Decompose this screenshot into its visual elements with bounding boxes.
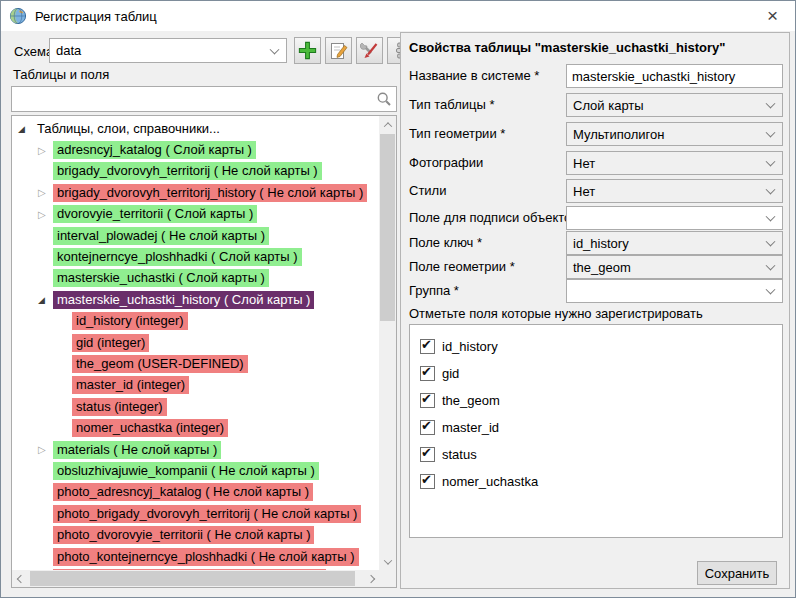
chevron-down-icon	[766, 99, 776, 109]
tree-item[interactable]: master_id (integer)	[12, 375, 379, 396]
geometry-field-select[interactable]: the_geom	[566, 255, 783, 279]
tree-item-label: materials ( Не слой карты )	[53, 441, 221, 459]
label-field-select-label: Поле для подписи объектов	[409, 210, 578, 225]
system-name-input-value: masterskie_uchastki_history	[572, 69, 735, 84]
search-box	[11, 86, 397, 112]
expand-arrow-icon[interactable]: ▷	[38, 187, 53, 198]
field-checkbox-row[interactable]: ✔gid	[420, 360, 782, 387]
geometry-type-select-value: Мультиполигон	[573, 127, 664, 142]
collapse-arrow-icon[interactable]: ◢	[38, 295, 53, 305]
tree-item[interactable]: ▷adresncyj_katalog ( Слой карты )	[12, 139, 379, 160]
system-name-input[interactable]: masterskie_uchastki_history	[566, 64, 783, 88]
tree-item[interactable]: id_history (integer)	[12, 311, 379, 332]
key-field-select[interactable]: id_history	[566, 231, 783, 255]
field-checkbox-row[interactable]: ✔the_geom	[420, 387, 782, 414]
field-checkbox-row[interactable]: ✔status	[420, 441, 782, 468]
tree-item[interactable]: interval_plowadej ( Не слой карты )	[12, 225, 379, 246]
tree-item[interactable]: status (integer)	[12, 396, 379, 417]
tree-item-label: photo_kontejnerncye_ploshhadki ( Не слой…	[53, 548, 359, 566]
field-checkbox-label: id_history	[442, 339, 498, 354]
edit-schema-button[interactable]	[325, 37, 352, 64]
photos-select-label: Фотографии	[409, 155, 483, 170]
geometry-type-select[interactable]: Мультиполигон	[566, 122, 783, 146]
save-button-label: Сохранить	[705, 566, 770, 581]
search-icon[interactable]	[372, 91, 396, 107]
form-row: Название в системе *masterskie_uchastki_…	[409, 64, 781, 88]
horizontal-scroll-thumb[interactable]	[30, 571, 355, 586]
scroll-right-icon[interactable]	[362, 570, 379, 587]
checkbox-checked-icon[interactable]: ✔	[420, 420, 435, 435]
checkbox-checked-icon[interactable]: ✔	[420, 339, 435, 354]
tree-item[interactable]: ▷brigady_dvorovyh_territorij_history ( Н…	[12, 182, 379, 203]
tree-item[interactable]: ▷materials ( Не слой карты )	[12, 439, 379, 460]
geometry-field-select-label: Поле геометрии *	[409, 259, 515, 274]
key-field-select-value: id_history	[573, 236, 629, 251]
collapse-arrow-icon[interactable]: ◢	[18, 124, 33, 134]
tree-item[interactable]: brigady_dvorovyh_territorij ( Не слой ка…	[12, 161, 379, 182]
check-mark-icon: ✔	[421, 472, 432, 487]
form-row: Тип таблицы *Слой карты	[409, 93, 781, 117]
tree-item-selected[interactable]: ◢masterskie_uchastki_history ( Слой карт…	[12, 289, 379, 310]
checkbox-checked-icon[interactable]: ✔	[420, 393, 435, 408]
table-registration-window: Регистрация таблиц × Схема data Таблицы …	[0, 0, 796, 598]
form-row: Поле ключ *id_history	[409, 231, 781, 255]
edit-icon	[329, 41, 349, 61]
field-checkbox-row[interactable]: ✔master_id	[420, 414, 782, 441]
tree-item-label: gid (integer)	[72, 334, 149, 352]
tree-rows: ◢Таблицы, слои, справочники...▷adresncyj…	[12, 118, 379, 570]
tree-item[interactable]: photo_adresncyj_katalog ( Не слой карты …	[12, 482, 379, 503]
tree-item[interactable]: nomer_uchastka (integer)	[12, 417, 379, 438]
field-checkbox-row[interactable]: ✔id_history	[420, 333, 782, 360]
table-type-select-label: Тип таблицы *	[409, 97, 495, 112]
scroll-down-icon[interactable]	[379, 553, 396, 570]
globe-icon	[9, 7, 27, 25]
photos-select[interactable]: Нет	[566, 151, 783, 175]
horizontal-scrollbar[interactable]	[12, 570, 379, 587]
vertical-scrollbar[interactable]	[379, 116, 396, 570]
label-field-select[interactable]	[566, 206, 783, 230]
register-fields-hint: Отметьте поля которые нужно зарегистриро…	[409, 306, 703, 321]
checkbox-checked-icon[interactable]: ✔	[420, 474, 435, 489]
styles-select[interactable]: Нет	[566, 179, 783, 203]
tree-item[interactable]: photo_dvorovyie_territorii ( Не слой кар…	[12, 524, 379, 545]
tree-item[interactable]: obsluzhivajuwie_kompanii ( Не слой карты…	[12, 460, 379, 481]
tree-item[interactable]: photo_brigady_dvorovyh_territorij ( Не с…	[12, 503, 379, 524]
plus-icon	[297, 40, 318, 61]
tree-item-label: masterskie_uchastki_history ( Слой карты…	[53, 291, 314, 309]
form-row: Поле для подписи объектов	[409, 206, 781, 230]
save-button[interactable]: Сохранить	[697, 561, 777, 585]
vertical-scroll-thumb[interactable]	[380, 134, 395, 321]
tree-item[interactable]: ◢Таблицы, слои, справочники...	[12, 118, 379, 139]
expand-arrow-icon[interactable]: ▷	[38, 145, 53, 156]
tree-item[interactable]: gid (integer)	[12, 332, 379, 353]
table-type-select-value: Слой карты	[573, 98, 644, 113]
expand-arrow-icon[interactable]: ▷	[38, 444, 53, 455]
checkbox-checked-icon[interactable]: ✔	[420, 447, 435, 462]
check-mark-icon: ✔	[421, 445, 432, 460]
field-checkbox-label: status	[442, 447, 477, 462]
scroll-up-icon[interactable]	[379, 116, 396, 133]
tree-item-label: master_id (integer)	[72, 376, 189, 394]
table-type-select[interactable]: Слой карты	[566, 93, 783, 117]
tools-button[interactable]	[356, 37, 383, 64]
group-select-label: Группа *	[409, 283, 459, 298]
tree-item[interactable]: photo_kontejnerncye_ploshhadki ( Не слой…	[12, 546, 379, 567]
search-input[interactable]	[12, 87, 372, 111]
styles-select-value: Нет	[573, 184, 595, 199]
field-checkbox-row[interactable]: ✔nomer_uchastka	[420, 468, 782, 495]
form-row: СтилиНет	[409, 179, 781, 203]
close-button[interactable]: ×	[750, 1, 795, 30]
tree-item-label: status (integer)	[72, 398, 167, 416]
scroll-left-icon[interactable]	[12, 570, 29, 587]
tree-item[interactable]: the_geom (USER-DEFINED)	[12, 353, 379, 374]
expand-arrow-icon[interactable]: ▷	[38, 209, 53, 220]
chevron-down-icon	[766, 128, 776, 138]
schema-select[interactable]: data	[49, 38, 287, 63]
add-schema-button[interactable]	[294, 37, 321, 64]
tree-item[interactable]: kontejnerncye_ploshhadki ( Слой карты )	[12, 246, 379, 267]
checkbox-checked-icon[interactable]: ✔	[420, 366, 435, 381]
tree-item[interactable]: ▷dvorovyie_territorii ( Слой карты )	[12, 204, 379, 225]
tree-item-label: photo_adresncyj_katalog ( Не слой карты …	[53, 483, 313, 501]
tree-item[interactable]: masterskie_uchastki ( Слой карты )	[12, 268, 379, 289]
group-select[interactable]	[566, 279, 783, 303]
